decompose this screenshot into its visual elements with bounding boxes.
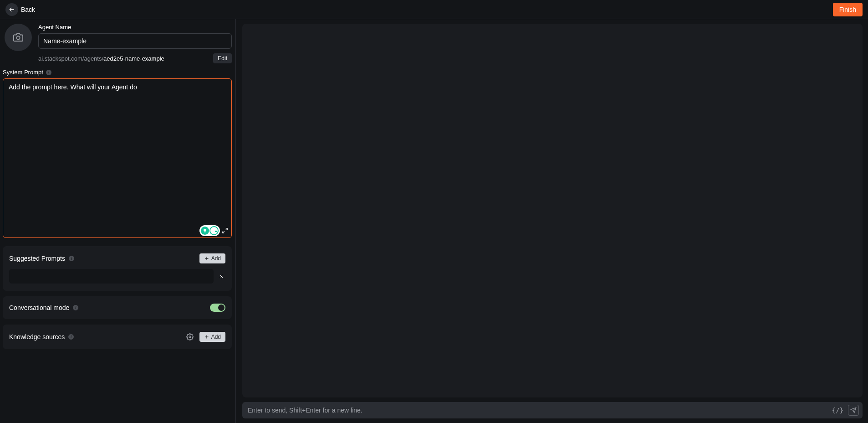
grammarly-widget[interactable] (199, 225, 220, 236)
suggested-prompt-input[interactable] (9, 269, 214, 284)
agent-name-input[interactable] (38, 33, 232, 49)
toggle-thumb (218, 304, 225, 311)
system-prompt-label: System Prompt (3, 69, 43, 76)
expand-icon[interactable] (222, 227, 228, 234)
suggested-prompts-header: Suggested Prompts i Add (9, 253, 225, 263)
plus-icon (204, 334, 209, 340)
right-panel: {/} (236, 19, 868, 423)
info-icon[interactable]: i (69, 256, 74, 261)
info-icon[interactable]: i (68, 334, 74, 340)
suggested-prompts-card: Suggested Prompts i Add (3, 246, 232, 291)
close-icon (219, 273, 224, 279)
add-label: Add (211, 255, 221, 262)
suggested-prompts-label: Suggested Prompts (9, 255, 65, 262)
prompt-corner (199, 225, 228, 236)
agent-name-label: Agent Name (38, 24, 232, 31)
chat-input-wrap: {/} (242, 402, 863, 418)
svg-point-1 (189, 336, 191, 338)
knowledge-sources-label: Knowledge sources (9, 333, 65, 340)
system-prompt-wrapper (3, 78, 232, 240)
agent-url-row: ai.stackspot.com/agents/aed2e5-name-exam… (38, 53, 232, 63)
system-prompt-input[interactable] (3, 78, 232, 238)
add-label: Add (211, 334, 221, 340)
knowledge-settings-button[interactable] (185, 332, 195, 342)
agent-url: ai.stackspot.com/agents/aed2e5-name-exam… (38, 55, 164, 62)
add-knowledge-button[interactable]: Add (199, 332, 225, 342)
plus-icon (204, 256, 209, 261)
agent-header: Agent Name ai.stackspot.com/agents/aed2e… (3, 24, 232, 63)
remove-prompt-button[interactable] (217, 272, 225, 280)
knowledge-sources-card: Knowledge sources i Add (3, 325, 232, 349)
camera-icon (13, 32, 23, 42)
knowledge-actions: Add (185, 332, 225, 342)
add-suggested-prompt-button[interactable]: Add (199, 253, 225, 263)
finish-button[interactable]: Finish (833, 3, 863, 16)
lightbulb-icon (201, 227, 209, 235)
avatar-upload[interactable] (5, 24, 32, 51)
info-icon[interactable]: i (46, 70, 51, 75)
knowledge-sources-header: Knowledge sources i Add (9, 332, 225, 342)
chat-preview-area (242, 24, 863, 397)
send-button[interactable] (848, 405, 859, 416)
conversational-mode-label: Conversational mode (9, 304, 69, 311)
conversational-mode-toggle[interactable] (210, 304, 225, 312)
suggested-prompt-row (9, 269, 225, 284)
chat-input[interactable] (248, 407, 827, 414)
back-button[interactable]: Back (5, 3, 35, 16)
system-prompt-label-row: System Prompt i (3, 69, 232, 76)
back-icon (5, 3, 18, 16)
top-bar: Back Finish (0, 0, 868, 19)
agent-url-slug: aed2e5-name-example (103, 55, 164, 62)
svg-point-0 (16, 36, 20, 39)
info-icon[interactable]: i (73, 305, 78, 310)
conversational-mode-card: Conversational mode i (3, 296, 232, 319)
back-label: Back (21, 6, 35, 13)
agent-header-right: Agent Name ai.stackspot.com/agents/aed2e… (38, 24, 232, 63)
insert-variable-button[interactable]: {/} (830, 405, 845, 416)
edit-url-button[interactable]: Edit (213, 53, 232, 63)
left-panel: Agent Name ai.stackspot.com/agents/aed2e… (0, 19, 236, 423)
main-container: Agent Name ai.stackspot.com/agents/aed2e… (0, 19, 868, 423)
send-icon (850, 407, 857, 413)
conversational-mode-header: Conversational mode i (9, 304, 225, 312)
grammarly-icon (209, 226, 219, 235)
gear-icon (186, 333, 194, 340)
agent-url-prefix: ai.stackspot.com/agents/ (38, 55, 103, 62)
